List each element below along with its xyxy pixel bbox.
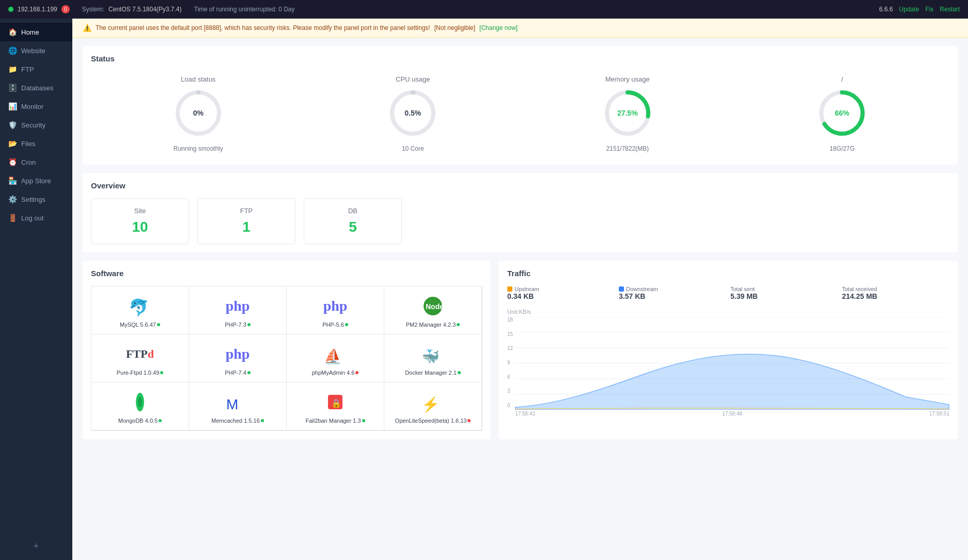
sidebar-label-appstore: App Store: [21, 177, 51, 185]
add-button[interactable]: +: [0, 537, 72, 556]
sidebar-item-cron[interactable]: ⏰ Cron: [0, 153, 72, 171]
overview-title: Overview: [91, 181, 949, 190]
mongo-icon: [129, 391, 151, 413]
mongo-name: MongoDB 4.0.5: [118, 418, 162, 424]
overview-card-site[interactable]: Site 10: [91, 198, 189, 244]
db-value: 5: [313, 219, 393, 235]
software-grid: 🐬 MySQL 5.6.47 php: [91, 286, 482, 431]
php74-icon: php: [226, 343, 249, 365]
load-gauge-wrapper: 0%: [173, 87, 224, 139]
software-section: Software 🐬 MySQL 5.6.47: [83, 261, 491, 439]
sidebar-item-appstore[interactable]: 🏪 App Store: [0, 171, 72, 190]
software-item-php56[interactable]: php PHP-5.6: [287, 286, 384, 334]
openlitespeed-name: OpenLiteSpeed(beta) 1.6.13: [395, 418, 471, 424]
software-item-php73[interactable]: php PHP-7.3: [189, 286, 287, 334]
software-item-openlitespeed[interactable]: ⚡ OpenLiteSpeed(beta) 1.6.13: [384, 382, 482, 430]
traffic-chart-svg: [515, 317, 949, 410]
sidebar-item-website[interactable]: 🌐 Website: [0, 41, 72, 60]
phpmyadmin-name: phpMyAdmin 4.6: [312, 370, 359, 376]
mongo-status: [159, 419, 162, 422]
upstream-stat: Upstream 0.34 KB: [507, 286, 615, 300]
php73-name: PHP-7.3: [225, 322, 251, 328]
sidebar-item-databases[interactable]: 🗄️ Databases: [0, 78, 72, 97]
restart-link[interactable]: Restart: [940, 6, 960, 13]
sidebar-item-monitor[interactable]: 📊 Monitor: [0, 97, 72, 116]
overview-card-db[interactable]: DB 5: [304, 198, 402, 244]
settings-icon: ⚙️: [8, 195, 17, 203]
docker-name: Docker Manager 2.1: [405, 370, 461, 376]
software-item-memcached[interactable]: M Memcached 1.5.16: [189, 382, 287, 430]
phpmyadmin-status: [355, 371, 358, 374]
load-label: Load status: [181, 75, 215, 83]
sidebar-item-files[interactable]: 📂 Files: [0, 134, 72, 153]
mysql-status: [157, 323, 160, 326]
total-sent-label: Total sent: [730, 286, 838, 292]
topbar-right: 6.6.6 Update Fix Restart: [879, 6, 960, 13]
memory-gauge-wrapper: 27.5%: [602, 87, 653, 139]
sidebar-item-settings[interactable]: ⚙️ Settings: [0, 190, 72, 209]
overview-card-ftp[interactable]: FTP 1: [197, 198, 295, 244]
status-title: Status: [91, 54, 949, 63]
files-icon: 📂: [8, 139, 17, 148]
phpmyadmin-icon: ⛵: [324, 343, 347, 365]
traffic-chart: Unit:KB/s 18 15 12 9 6 3 0: [507, 309, 949, 417]
ftpd-status: [160, 371, 163, 374]
cpu-label: CPU usage: [396, 75, 430, 83]
memory-value: 27.5%: [617, 109, 638, 117]
appstore-icon: 🏪: [8, 177, 17, 185]
overview-cards: Site 10 FTP 1 DB 5: [91, 198, 949, 244]
disk-gauge-wrapper: 66%: [816, 87, 868, 139]
software-item-fail2ban[interactable]: 🔒 Fail2ban Manager 1.3: [287, 382, 384, 430]
sidebar-item-ftp[interactable]: 📁 FTP: [0, 60, 72, 78]
php74-name: PHP-7.4: [225, 370, 251, 376]
pm2-icon: Node: [421, 295, 444, 317]
sidebar-label-monitor: Monitor: [21, 103, 43, 110]
overview-section: Overview Site 10 FTP 1 DB 5: [83, 173, 958, 252]
software-item-ftpd[interactable]: FTPd Pure-Ftpd 1.0.49: [91, 334, 189, 382]
downstream-value: 3.57 KB: [619, 292, 726, 300]
upstream-label: Upstream: [507, 286, 615, 292]
topbar: 192.168.1.199 0 System: CentOS 7.5.1804(…: [0, 0, 968, 19]
chart-container: 18 15 12 9 6 3 0: [507, 317, 949, 417]
connection-status-icon: [8, 7, 13, 12]
ftp-value: 1: [206, 219, 287, 235]
svg-text:🔒: 🔒: [331, 398, 341, 408]
software-item-pm2[interactable]: Node PM2 Manager 4.2.3: [384, 286, 482, 334]
ftpd-icon: FTPd: [129, 343, 151, 365]
software-item-phpmyadmin[interactable]: ⛵ phpMyAdmin 4.6: [287, 334, 384, 382]
sidebar-item-logout[interactable]: 🚪 Log out: [0, 209, 72, 227]
sidebar-item-security[interactable]: 🛡️ Security: [0, 116, 72, 134]
ftp-icon: 📁: [8, 65, 17, 73]
load-value: 0%: [193, 109, 204, 117]
mysql-icon: 🐬: [129, 295, 151, 317]
downstream-legend-dot: [619, 286, 624, 292]
ip-address: 192.168.1.199: [18, 6, 57, 13]
software-item-mongo[interactable]: MongoDB 4.0.5: [91, 382, 189, 430]
php73-status: [247, 323, 251, 326]
monitor-icon: 📊: [8, 102, 17, 110]
update-link[interactable]: Update: [899, 6, 919, 13]
fix-link[interactable]: Fix: [925, 6, 933, 13]
main-content: ⚠️ The current panel uses the default po…: [72, 19, 968, 560]
gauges-container: Load status 0% Running smoothly CPU us: [91, 71, 949, 156]
openlitespeed-icon: ⚡: [421, 391, 444, 413]
php73-icon: php: [226, 295, 249, 317]
cpu-value: 0.5%: [404, 109, 421, 117]
memcached-icon: M: [226, 391, 249, 413]
disk-sub: 18G/27G: [830, 145, 855, 152]
sidebar-label-security: Security: [21, 121, 45, 129]
software-item-php74[interactable]: php PHP-7.4: [189, 334, 287, 382]
traffic-stats: Upstream 0.34 KB Downstream 3.57 KB: [507, 286, 949, 300]
docker-status: [458, 371, 461, 374]
sidebar-label-logout: Log out: [21, 214, 43, 222]
software-item-docker[interactable]: 🐳 Docker Manager 2.1: [384, 334, 482, 382]
alert-change-link[interactable]: [Change now]: [479, 24, 518, 31]
fail2ban-name: Fail2ban Manager 1.3: [305, 418, 365, 424]
svg-text:⚡: ⚡: [421, 396, 440, 413]
upstream-legend-dot: [507, 286, 512, 292]
upstream-value: 0.34 KB: [507, 292, 615, 300]
sidebar-label-home: Home: [21, 28, 39, 36]
software-item-mysql[interactable]: 🐬 MySQL 5.6.47: [91, 286, 189, 334]
memory-sub: 2151/7822(MB): [606, 145, 649, 152]
sidebar-item-home[interactable]: 🏠 Home: [0, 23, 72, 41]
